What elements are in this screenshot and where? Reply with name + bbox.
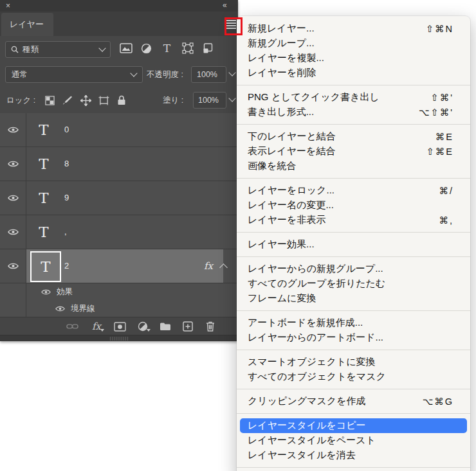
filter-type-value: 種類: [23, 44, 39, 55]
menu-item-export-as[interactable]: 書き出し形式...⌥⇧⌘': [237, 105, 470, 120]
tab-layers[interactable]: レイヤー: [1, 13, 53, 36]
effects-group-label: 効果: [57, 283, 73, 301]
menu-item-delete-layer[interactable]: レイヤーを削除: [237, 66, 470, 80]
menu-item-copy-layer-style[interactable]: レイヤースタイルをコピー: [240, 418, 467, 433]
visibility-toggle[interactable]: [0, 181, 26, 215]
menu-item-convert-to-smart-object[interactable]: スマートオブジェクトに変換: [237, 355, 470, 369]
menu-item-quick-export-png[interactable]: PNG としてクイック書き出し⇧⌘': [237, 90, 470, 105]
opacity-field[interactable]: 100%: [191, 66, 226, 83]
annotation-highlight-box: [224, 17, 243, 35]
menu-item-duplicate-layer[interactable]: レイヤーを複製...: [237, 51, 470, 66]
menu-item-clear-layer-style[interactable]: レイヤースタイルを消去: [237, 448, 470, 463]
shape-layers-filter-icon[interactable]: [181, 41, 194, 55]
lock-transparent-pixels-icon[interactable]: [44, 92, 55, 109]
effect-stroke-row[interactable]: 境界線: [0, 301, 238, 317]
panel-tab-bar: レイヤー: [0, 12, 238, 36]
eye-icon: [8, 194, 19, 202]
layer-name[interactable]: ,: [64, 215, 67, 249]
lock-position-icon[interactable]: [80, 92, 91, 109]
adjustment-layers-filter-icon[interactable]: [140, 41, 153, 55]
menu-item-convert-to-frame[interactable]: フレームに変換: [237, 291, 470, 306]
layer-name[interactable]: 8: [64, 147, 69, 181]
menu-item-collapse-all-groups[interactable]: すべてのグループを折りたたむ: [237, 276, 470, 291]
menu-item-flatten-image[interactable]: 画像を統合: [237, 159, 470, 173]
smart-objects-filter-icon[interactable]: [201, 41, 215, 55]
link-layers-icon[interactable]: [66, 317, 78, 335]
eye-icon: [8, 126, 19, 134]
layer-name[interactable]: 9: [64, 181, 69, 215]
visibility-toggle[interactable]: [0, 249, 26, 283]
panel-collapse-icon[interactable]: «: [223, 0, 226, 11]
layer-name[interactable]: 0: [64, 113, 69, 147]
blend-mode-value: 通常: [12, 69, 28, 80]
layer-row[interactable]: T 9: [0, 181, 238, 215]
menu-item-lock-layers[interactable]: レイヤーをロック...⌘/: [237, 183, 470, 198]
filter-type-dropdown[interactable]: 種類: [5, 41, 111, 58]
menu-separator: [237, 232, 470, 233]
panel-header: × «: [0, 0, 238, 12]
blend-mode-dropdown[interactable]: 通常: [5, 66, 143, 83]
effects-group-row[interactable]: 効果: [0, 283, 238, 301]
menu-item-paste-layer-style[interactable]: レイヤースタイルをペースト: [237, 433, 470, 448]
lock-image-pixels-icon[interactable]: [62, 92, 73, 109]
menu-separator: [237, 350, 470, 350]
opacity-label: 不透明度 :: [147, 62, 183, 87]
new-group-icon[interactable]: [159, 317, 172, 335]
menu-item-rename-layer[interactable]: レイヤー名の変更...: [237, 198, 470, 213]
menu-item-artboard-from-layers[interactable]: レイヤーからのアートボード...: [237, 330, 470, 345]
shortcut: ⇧⌘': [431, 93, 453, 103]
pixel-layers-filter-icon[interactable]: [119, 41, 133, 55]
menu-item-merge-visible[interactable]: 表示レイヤーを結合⇧⌘E: [237, 144, 470, 159]
panel-resize-grip[interactable]: [0, 335, 238, 341]
menu-item-new-group-from-layers[interactable]: レイヤーからの新規グループ...: [237, 262, 470, 276]
new-adjustment-layer-icon[interactable]: [136, 317, 149, 335]
menu-item-layer-effects[interactable]: レイヤー効果...: [237, 237, 470, 252]
visibility-toggle[interactable]: [0, 113, 26, 147]
menu-separator: [237, 389, 470, 389]
menu-item-new-artboard[interactable]: アートボードを新規作成...: [237, 315, 470, 330]
grip-lines-icon: [110, 337, 129, 341]
layer-name[interactable]: 2: [64, 249, 69, 283]
add-layer-mask-icon[interactable]: [113, 317, 126, 335]
eye-icon: [55, 305, 65, 312]
menu-item-hide-layer[interactable]: レイヤーを非表示⌘,: [237, 213, 470, 227]
type-layers-filter-icon[interactable]: T: [160, 41, 174, 55]
shortcut: ⌘/: [439, 186, 453, 196]
delete-layer-icon[interactable]: [204, 317, 217, 335]
new-layer-icon[interactable]: [181, 317, 194, 335]
lock-artboard-nesting-icon[interactable]: [98, 92, 109, 109]
visibility-toggle[interactable]: [55, 301, 65, 317]
menu-item-mask-all-objects[interactable]: すべてのオブジェクトをマスク: [237, 369, 470, 384]
visibility-toggle[interactable]: [0, 147, 26, 181]
visibility-toggle[interactable]: [0, 215, 26, 249]
shortcut: ⌘,: [439, 215, 453, 226]
visibility-toggle[interactable]: [41, 283, 51, 301]
eye-icon: [8, 228, 19, 236]
fill-field[interactable]: 100%: [193, 92, 226, 109]
lock-all-icon[interactable]: [116, 92, 127, 109]
fill-label: 塗り :: [163, 87, 183, 113]
menu-item-merge-down[interactable]: 下のレイヤーと結合⌘E: [237, 129, 470, 144]
type-layer-thumbnail-selected[interactable]: T: [30, 251, 61, 282]
layer-row[interactable]: T 8: [0, 147, 238, 181]
menu-item-new-layer[interactable]: 新規レイヤー...⇧⌘N: [237, 21, 470, 36]
menu-separator: [237, 124, 470, 125]
type-layer-thumbnail[interactable]: T: [33, 181, 54, 215]
type-layer-thumbnail[interactable]: T: [33, 215, 54, 249]
panel-close-icon[interactable]: ×: [6, 0, 10, 12]
menu-separator: [237, 178, 470, 179]
eye-icon: [41, 289, 51, 296]
add-layer-style-icon[interactable]: fx: [90, 317, 103, 335]
layer-row-selected[interactable]: T 2 fx: [0, 249, 238, 283]
type-layer-thumbnail[interactable]: T: [33, 113, 54, 147]
menu-item-create-clipping-mask[interactable]: クリッピングマスクを作成⌥⌘G: [237, 394, 470, 409]
layers-list: T 0 T 8 T 9 T ,: [0, 113, 238, 317]
layer-row[interactable]: T 0: [0, 113, 238, 147]
menu-separator: [237, 85, 470, 85]
type-layer-thumbnail[interactable]: T: [33, 147, 54, 181]
search-icon: [11, 46, 19, 53]
menu-separator: [237, 256, 470, 257]
menu-item-new-group[interactable]: 新規グループ...: [237, 36, 470, 51]
layer-row[interactable]: T ,: [0, 215, 238, 249]
shortcut: ⇧⌘E: [426, 147, 453, 157]
